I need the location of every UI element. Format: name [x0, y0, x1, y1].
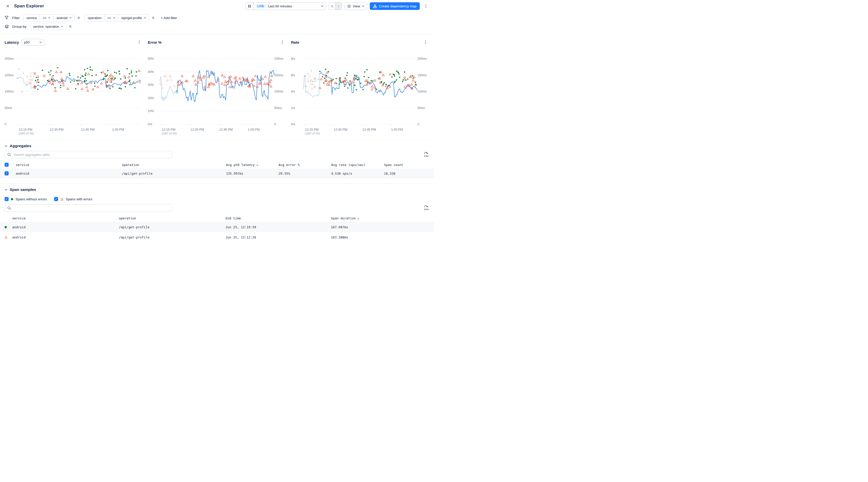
- span-sample-row[interactable]: android /api/get-profile Jun 25, 13:12:2…: [0, 232, 434, 241]
- filter-value-select[interactable]: android: [53, 15, 74, 21]
- chevron-down-icon: [321, 5, 323, 7]
- axis-tick-label: 150ms: [5, 74, 14, 77]
- groupby-row: Group-by service, operation ✕: [0, 21, 434, 30]
- latency-chart-plot[interactable]: [16, 58, 141, 126]
- remove-filter-service-button[interactable]: ✕: [75, 16, 82, 20]
- charts-row: Latency p50 ⋮ 200ms150ms100ms50ms0 12:15…: [0, 34, 434, 136]
- cell-duration: 163.388ms: [331, 235, 429, 239]
- view-target-icon: [347, 4, 351, 8]
- csv-export-icon[interactable]: CSV: [423, 205, 429, 211]
- cell-end-time: Jun 25, 13:12:26: [225, 235, 331, 239]
- col-service[interactable]: service: [16, 163, 122, 167]
- filter-op-value: ==: [107, 16, 111, 20]
- aggregates-search-input[interactable]: [13, 152, 169, 157]
- latency-y-axis: 200ms150ms100ms50ms0: [5, 58, 16, 126]
- x-axis-label: 1:00 PM: [391, 128, 403, 132]
- x-axis-label: 12:15 PM: [162, 128, 176, 132]
- filter-op-select[interactable]: ==: [104, 15, 118, 21]
- spans-with-errors-checkbox[interactable]: ✓: [54, 197, 58, 201]
- aggregates-table: ✓ service operation Avg p50 latency↓ Avg…: [0, 161, 434, 178]
- pause-button[interactable]: [246, 3, 254, 10]
- remove-groupby-button[interactable]: ✕: [67, 24, 74, 28]
- axis-tick-label: 100ms: [5, 90, 14, 93]
- legend-label: Spans with errors: [66, 197, 92, 201]
- rate-chart-plot[interactable]: [303, 58, 417, 126]
- filter-field-operation: operation: [85, 15, 104, 21]
- filter-icon: [5, 16, 12, 20]
- view-button[interactable]: View: [344, 2, 367, 10]
- legend-label: Spans without errors: [16, 197, 47, 201]
- select-all-checkbox[interactable]: ✓: [5, 163, 9, 167]
- axis-tick-label: 0%: [148, 122, 152, 126]
- chevron-down-icon: [61, 26, 63, 27]
- next-button[interactable]: [335, 3, 342, 10]
- chart-menu-icon[interactable]: ⋮: [279, 40, 286, 45]
- x-axis-label: 12:45 PM: [362, 128, 376, 132]
- rate-chart-title: Rate: [291, 40, 300, 45]
- cell-service: android: [16, 172, 122, 175]
- rate-y-axis-left: 8/s6/s4/s2/s0/s: [291, 58, 303, 126]
- col-service[interactable]: service: [12, 216, 119, 220]
- axis-tick-label: 0: [274, 122, 276, 126]
- filter-op-value: ==: [43, 16, 46, 20]
- axis-tick-label: 200ms: [274, 57, 283, 60]
- col-operation[interactable]: operation: [119, 216, 225, 220]
- cell-operation: /api/get-profile: [122, 172, 226, 175]
- remove-filter-operation-button[interactable]: ✕: [150, 16, 157, 20]
- rate-y-axis-right: 200ms150ms100ms50ms0: [417, 58, 429, 126]
- filter-value-select[interactable]: /api/get-profile: [118, 15, 149, 21]
- row-checkbox[interactable]: ✓: [5, 171, 9, 175]
- aggregates-table-row[interactable]: ✓ android /api/get-profile 135.997ms 29.…: [0, 169, 434, 178]
- top-bar-controls: LIVE Last 60 minutes View Create depende…: [245, 2, 429, 10]
- collapse-icon[interactable]: [5, 145, 7, 147]
- chevron-down-icon: [144, 17, 146, 19]
- col-end-time[interactable]: End time: [225, 216, 331, 220]
- filter-row: Filter service == android ✕ operation ==…: [0, 12, 434, 21]
- span-samples-legend: ✓ Spans without errors ✓ Spans with erro…: [0, 195, 434, 204]
- groupby-select[interactable]: service, operation: [30, 23, 66, 30]
- chart-menu-icon[interactable]: ⋮: [135, 40, 143, 45]
- svg-text:CSV: CSV: [424, 208, 429, 211]
- collapse-icon[interactable]: [5, 189, 7, 191]
- axis-tick-label: 30%: [148, 83, 154, 87]
- col-avg-p50-latency[interactable]: Avg p50 latency↓: [226, 163, 279, 167]
- axis-tick-label: 10%: [148, 109, 154, 113]
- span-sample-row[interactable]: android /api/get-profile Jun 25, 12:19:3…: [0, 222, 434, 232]
- axis-tick-label: 200ms: [417, 57, 427, 60]
- close-icon[interactable]: ✕: [5, 3, 11, 10]
- chart-menu-icon[interactable]: ⋮: [422, 40, 429, 45]
- add-filter-button[interactable]: + Add filter: [161, 16, 177, 20]
- col-span-duration[interactable]: Span duration↓: [331, 216, 429, 220]
- x-axis-label: 12:15 PM: [19, 128, 32, 132]
- overflow-menu-icon[interactable]: ⋮: [422, 4, 429, 9]
- col-span-count[interactable]: Span count: [384, 163, 429, 167]
- spans-without-errors-checkbox[interactable]: ✓: [5, 197, 9, 201]
- groupby-layers-icon: [5, 24, 12, 29]
- span-samples-search-input[interactable]: [13, 206, 169, 210]
- chevron-down-icon: [39, 41, 42, 43]
- time-range-select[interactable]: Last 60 minutes: [268, 4, 318, 8]
- create-dependency-map-button[interactable]: Create dependency map: [370, 2, 420, 10]
- col-operation[interactable]: operation: [122, 163, 226, 167]
- x-axis-label: 1:00 PM: [248, 128, 260, 132]
- span-samples-title: Span samples: [10, 187, 36, 192]
- filter-value: /api/get-profile: [121, 16, 142, 20]
- error-y-axis-left: 50%40%30%20%10%0%: [148, 58, 159, 126]
- col-avg-rate[interactable]: Avg rate (ops/sec): [331, 163, 384, 167]
- metric-select[interactable]: p50: [22, 39, 44, 46]
- timezone-label: (GMT-07:00): [19, 132, 34, 135]
- x-axis-label: 12:30 PM: [190, 128, 204, 132]
- cell-duration: 167.087ms: [331, 225, 429, 229]
- latency-x-axis: 12:15 PM(GMT-07:00)12:30 PM12:45 PM1:00 …: [16, 126, 141, 136]
- error-chart-plot[interactable]: [159, 58, 274, 126]
- prev-button[interactable]: [329, 3, 335, 10]
- axis-tick-label: 100ms: [274, 90, 283, 93]
- csv-export-icon[interactable]: CSV: [423, 151, 429, 158]
- error-span-triangle-icon: [5, 236, 7, 238]
- filter-op-select[interactable]: ==: [40, 15, 53, 21]
- axis-tick-label: 200ms: [5, 57, 14, 60]
- col-avg-error[interactable]: Avg error %: [279, 163, 331, 167]
- span-samples-table: service operation End time Span duration…: [0, 214, 434, 241]
- axis-tick-label: 100ms: [417, 90, 427, 93]
- rate-chart: Rate ⋮ 8/s6/s4/s2/s0/s 200ms150ms100ms50…: [291, 38, 429, 136]
